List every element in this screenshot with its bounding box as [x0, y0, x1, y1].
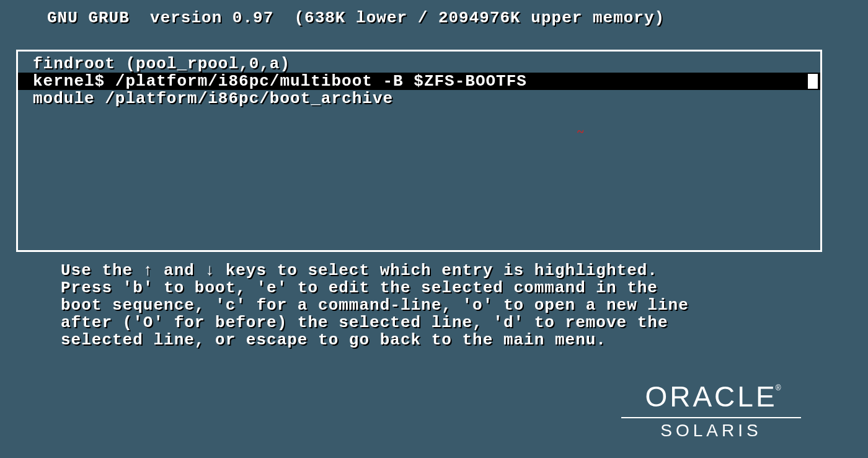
grub-menu-line[interactable]: findroot (pool_rpool,0,a) [18, 55, 820, 73]
grub-menu-box[interactable]: findroot (pool_rpool,0,a) kernel$ /platf… [16, 50, 822, 252]
handwritten-annotation-icon: ~ [577, 125, 583, 139]
grub-menu-line[interactable]: module /platform/i86pc/boot_archive [18, 90, 820, 107]
grub-header: GNU GRUB version 0.97 (638K lower / 2094… [47, 9, 665, 27]
oracle-wordmark: ORACLE ® [645, 380, 777, 413]
grub-help-text: Use the ↑ and ↓ keys to select which ent… [61, 262, 689, 349]
brand-divider [621, 417, 801, 418]
oracle-text: ORACLE [645, 380, 777, 413]
registered-icon: ® [776, 384, 784, 392]
grub-menu-line-selected[interactable]: kernel$ /platform/i86pc/multiboot -B $ZF… [18, 73, 820, 90]
solaris-text: SOLARIS [621, 421, 801, 441]
oracle-solaris-logo: ORACLE ® SOLARIS [621, 380, 801, 441]
grub-screen: GNU GRUB version 0.97 (638K lower / 2094… [0, 0, 868, 458]
